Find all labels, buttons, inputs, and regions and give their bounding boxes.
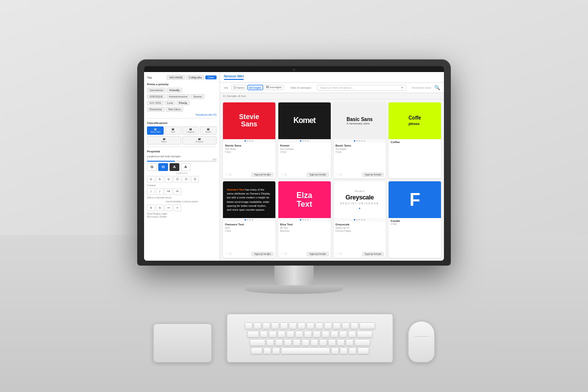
key [342, 322, 350, 329]
pincig-tag[interactable]: Pincig [176, 100, 190, 105]
stevie-add-btn[interactable]: Aggiungi famiglia [251, 172, 273, 177]
greyscale-heart[interactable]: ♡ [336, 252, 339, 256]
greyscale-bookmark[interactable]: ⊡ [340, 252, 343, 256]
tag-row-3: A1Y 2021 Luxe Pincig [147, 100, 217, 105]
visualizza-link[interactable]: Visualizza altri (5) [147, 113, 217, 116]
key [254, 322, 262, 329]
geometrico-tag[interactable]: Geometrico [147, 88, 166, 93]
wuling-label: Wu Long u Dotato [147, 215, 217, 218]
letter-opa[interactable]: opa [165, 204, 172, 211]
immagini-view[interactable]: 🖼 Immagini [264, 85, 284, 90]
font-card-ownsers: Ownsers Text has many of the same attrib… [223, 181, 275, 258]
letter-op[interactable]: op [173, 204, 181, 211]
key [319, 339, 327, 346]
classif-mono[interactable]: MMono [147, 136, 181, 145]
basic-bookmark[interactable]: ⊡ [340, 173, 343, 177]
elza-bookmark[interactable]: ⊡ [284, 252, 287, 256]
dot [245, 140, 246, 142]
komet-heart[interactable]: ♡ [280, 173, 283, 177]
basic-sans-tagline: A necessary sans. [346, 122, 372, 125]
stevie-heart-save: ♡ ⊡ [225, 173, 232, 177]
classif-m-legossi[interactable]: MLegossi [182, 126, 199, 135]
alpha-A-normal[interactable]: A [181, 163, 191, 171]
classif-m-scont[interactable]: MScont [200, 126, 217, 135]
font-card-basic-sans: Basic Sans A necessary sans. [334, 102, 386, 179]
greyscale-actions: ♡ ⊡ Aggiungi famiglia [334, 251, 386, 258]
dot [364, 219, 365, 220]
komet-bookmark[interactable]: ⊡ [284, 173, 287, 177]
stevie-heart[interactable]: ♡ [225, 173, 228, 177]
friendly-tag[interactable]: Friendly [167, 88, 182, 93]
key [346, 339, 354, 346]
search-placeholder: Sogni un titolo di campo... [320, 86, 354, 89]
basic-heart[interactable]: ♡ [336, 173, 339, 177]
vacanze-tag[interactable]: VACANZE [167, 75, 185, 80]
letter-Ab[interactable]: Ab [173, 188, 181, 195]
letter-a2[interactable]: a [156, 204, 164, 211]
antonioni-tag[interactable]: Antonioniozone [167, 94, 190, 99]
letter-i1[interactable]: i [147, 188, 155, 195]
basic-heart-save: ♡ ⊡ [336, 173, 343, 177]
gresque-tag[interactable]: GRESQUE [147, 94, 166, 99]
letter-O2[interactable]: O [182, 176, 190, 183]
calligrafia-tag[interactable]: Calligrafia [186, 75, 204, 80]
key-tab [247, 331, 259, 338]
letter-Alb[interactable]: Alb [165, 188, 172, 195]
key-row-3 [250, 339, 370, 346]
elza-add-btn[interactable]: Aggiungi famiglia [307, 252, 328, 256]
key [245, 322, 253, 329]
alpha-A-dark[interactable]: A [170, 163, 179, 171]
basic-add-btn[interactable]: Aggiungi famiglia [362, 172, 384, 177]
key [263, 322, 270, 329]
key [316, 322, 323, 329]
letter-O3[interactable]: O [191, 176, 199, 183]
classif-m-sett[interactable]: MSett [165, 126, 181, 135]
letter-a1[interactable]: a [147, 204, 155, 211]
monitor-stand-base [245, 285, 343, 294]
luxe-tag[interactable]: Luxe [165, 100, 175, 105]
search-box[interactable]: Sogni un titolo di campo... ▼ [317, 85, 407, 91]
key-row-1 [245, 322, 375, 329]
sereno-tag[interactable]: Sereno [191, 94, 204, 99]
dot [307, 140, 309, 142]
letter-b1[interactable]: b [147, 176, 155, 183]
dot [361, 140, 363, 142]
stevie-bookmark[interactable]: ⊡ [229, 173, 232, 177]
elza-heart[interactable]: ♡ [280, 252, 283, 256]
clear-button[interactable]: Clear [205, 75, 217, 79]
imac-mockup: Tag VACANZE Calligrafia Clear Prima a pr… [137, 59, 451, 294]
letter-O1[interactable]: O [173, 176, 181, 183]
dot [361, 219, 363, 220]
komet-actions: ♡ ⊡ Aggiungi famiglia [278, 172, 331, 178]
famci-view[interactable]: ☰ Famci [231, 85, 246, 90]
greyscale-add-btn[interactable]: Aggiungi famiglia [362, 252, 384, 256]
greyscale-count: Correct Pages [336, 229, 384, 232]
ownsers-add-btn[interactable]: Aggiungi famiglia [251, 252, 273, 256]
ownsers-actions: ♡ ⊡ Aggiungi famiglia [223, 251, 275, 258]
fontdi-info: FontDi 3 font [389, 218, 441, 258]
alpha-row: G G A A [147, 163, 217, 171]
greyscale-heart-save: ♡ ⊡ [336, 252, 343, 256]
griglia-view[interactable]: ⊞ Griglia [247, 85, 263, 90]
blankdotty-tag[interactable]: Blankdotty [147, 107, 165, 112]
letter-b2[interactable]: b [156, 176, 164, 183]
classif-grid-1: MSeno Sort MSett MLegossi MScont [147, 126, 217, 135]
dot [252, 219, 253, 220]
komet-add-btn[interactable]: Aggiungi famiglia [307, 172, 328, 177]
main-content: Nessun filtri Via ☰ Famci ⊞ Griglia 🖼 Im… [220, 72, 444, 261]
dot [305, 140, 306, 142]
alpha-G-selected[interactable]: G [158, 163, 168, 171]
a1y-tag[interactable]: A1Y 2021 [147, 100, 164, 105]
results-count: 11 famiglie di font [220, 93, 444, 99]
tafa-tag[interactable]: Tafa Oikos [166, 107, 183, 112]
classif-amono[interactable]: MA mono [182, 136, 217, 145]
classif-m-selected[interactable]: MSeno Sort [147, 126, 164, 135]
elza-info: Elza Text Bli Text Biocenio [278, 221, 331, 251]
ownsers-heart[interactable]: ♡ [225, 252, 228, 256]
letter-i2[interactable]: i [156, 188, 164, 195]
alpha-G-normal[interactable]: G [147, 163, 157, 171]
komet-heart-save: ♡ ⊡ [280, 173, 287, 177]
letter-b3[interactable]: b [165, 176, 172, 183]
ownsers-bookmark[interactable]: ⊡ [229, 252, 232, 256]
larghezza-range[interactable] [147, 161, 217, 162]
